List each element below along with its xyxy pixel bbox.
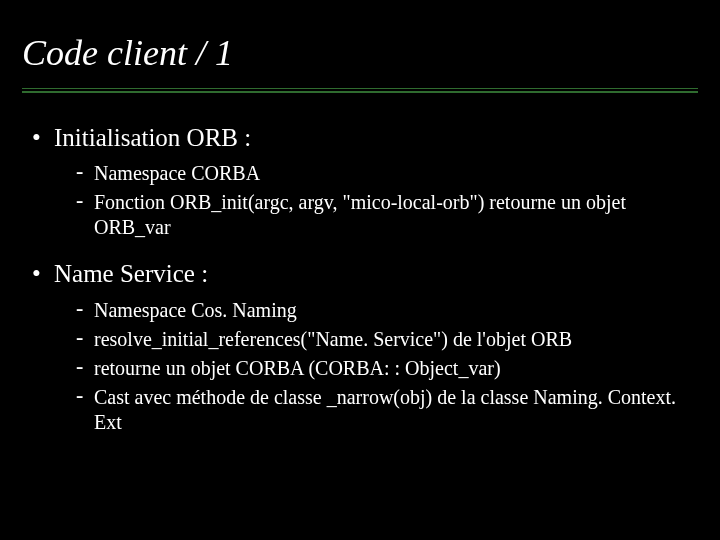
list-item: resolve_initial_references("Name. Servic…	[76, 327, 680, 352]
list-item: Namespace CORBA	[76, 161, 680, 186]
section-heading: Initialisation ORB :	[54, 124, 251, 151]
section-heading: Name Service :	[54, 260, 208, 287]
slide: Code client / 1 Initialisation ORB : Nam…	[0, 32, 720, 540]
page-title: Code client / 1	[22, 32, 720, 74]
list-item: Cast avec méthode de classe _narrow(obj)…	[76, 385, 680, 435]
section: Initialisation ORB : Namespace CORBA Fon…	[30, 122, 680, 240]
content-area: Initialisation ORB : Namespace CORBA Fon…	[30, 122, 680, 435]
list-item: Namespace Cos. Naming	[76, 298, 680, 323]
list-item: retourne un objet CORBA (CORBA: : Object…	[76, 356, 680, 381]
section: Name Service : Namespace Cos. Naming res…	[30, 258, 680, 434]
list-item: Fonction ORB_init(argc, argv, "mico-loca…	[76, 190, 680, 240]
title-rule	[22, 88, 698, 94]
